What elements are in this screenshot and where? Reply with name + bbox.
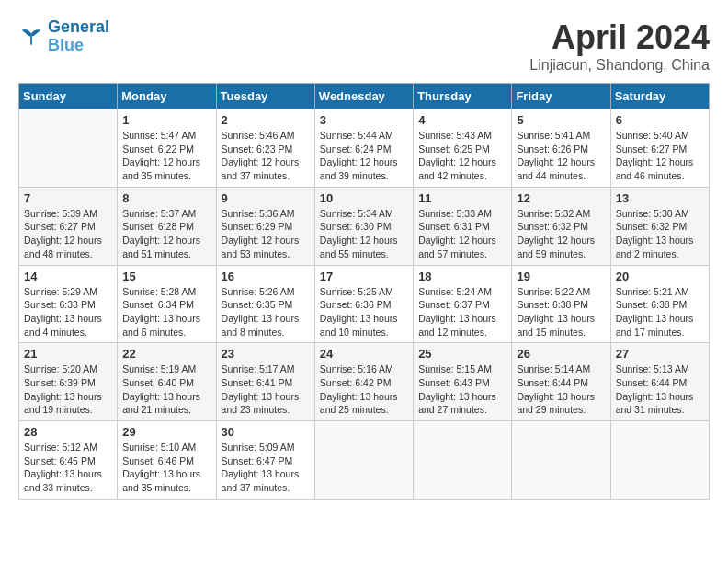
day-number: 18 — [418, 270, 506, 283]
day-number: 1 — [122, 113, 210, 127]
calendar-day-cell: 6 Sunrise: 5:40 AMSunset: 6:27 PMDayligh… — [610, 109, 709, 188]
day-info: Sunrise: 5:47 AMSunset: 6:22 PMDaylight:… — [122, 129, 210, 183]
day-number: 2 — [222, 113, 310, 127]
day-info: Sunrise: 5:24 AMSunset: 6:37 PMDaylight:… — [418, 285, 506, 339]
day-number: 13 — [616, 191, 704, 205]
day-info: Sunrise: 5:34 AMSunset: 6:30 PMDaylight:… — [320, 207, 408, 261]
day-info: Sunrise: 5:41 AMSunset: 6:26 PMDaylight:… — [517, 129, 605, 183]
calendar-table: SundayMondayTuesdayWednesdayThursdayFrid… — [18, 83, 710, 500]
day-info: Sunrise: 5:40 AMSunset: 6:27 PMDaylight:… — [616, 129, 704, 183]
calendar-week-row: 1 Sunrise: 5:47 AMSunset: 6:22 PMDayligh… — [19, 109, 710, 188]
day-number: 14 — [24, 270, 112, 283]
weekday-header: Saturday — [610, 84, 709, 109]
calendar-day-cell: 24 Sunrise: 5:16 AMSunset: 6:42 PMDaylig… — [314, 343, 413, 421]
calendar-week-row: 28 Sunrise: 5:12 AMSunset: 6:45 PMDaylig… — [19, 421, 710, 500]
day-info: Sunrise: 5:29 AMSunset: 6:33 PMDaylight:… — [24, 285, 112, 339]
day-info: Sunrise: 5:22 AMSunset: 6:38 PMDaylight:… — [517, 285, 605, 339]
weekday-header: Monday — [118, 84, 216, 109]
day-number: 17 — [320, 270, 408, 283]
day-info: Sunrise: 5:14 AMSunset: 6:44 PMDaylight:… — [517, 362, 605, 417]
calendar-day-cell: 5 Sunrise: 5:41 AMSunset: 6:26 PMDayligh… — [512, 109, 610, 188]
calendar-day-cell: 17 Sunrise: 5:25 AMSunset: 6:36 PMDaylig… — [314, 265, 413, 343]
day-info: Sunrise: 5:33 AMSunset: 6:31 PMDaylight:… — [418, 207, 506, 261]
logo-text: General Blue — [48, 18, 109, 55]
day-info: Sunrise: 5:43 AMSunset: 6:25 PMDaylight:… — [418, 129, 506, 183]
calendar-day-cell: 3 Sunrise: 5:44 AMSunset: 6:24 PMDayligh… — [314, 109, 413, 188]
day-number: 7 — [24, 191, 112, 205]
day-number: 29 — [122, 425, 210, 439]
day-number: 20 — [616, 270, 704, 283]
calendar-day-cell — [512, 421, 610, 500]
calendar-day-cell: 1 Sunrise: 5:47 AMSunset: 6:22 PMDayligh… — [118, 109, 216, 188]
calendar-day-cell: 21 Sunrise: 5:20 AMSunset: 6:39 PMDaylig… — [19, 343, 118, 421]
day-number: 6 — [616, 113, 704, 127]
calendar-day-cell: 13 Sunrise: 5:30 AMSunset: 6:32 PMDaylig… — [610, 187, 709, 265]
day-info: Sunrise: 5:26 AMSunset: 6:35 PMDaylight:… — [222, 285, 310, 339]
weekday-header: Sunday — [19, 84, 118, 109]
logo: General Blue — [18, 18, 109, 55]
day-number: 9 — [222, 191, 310, 205]
calendar-day-cell: 20 Sunrise: 5:21 AMSunset: 6:38 PMDaylig… — [610, 265, 709, 343]
weekday-header: Thursday — [414, 84, 512, 109]
day-info: Sunrise: 5:13 AMSunset: 6:44 PMDaylight:… — [616, 362, 704, 417]
day-number: 19 — [517, 270, 605, 283]
day-number: 28 — [24, 425, 112, 439]
calendar-day-cell: 15 Sunrise: 5:28 AMSunset: 6:34 PMDaylig… — [118, 265, 216, 343]
day-number: 3 — [320, 113, 408, 127]
day-info: Sunrise: 5:16 AMSunset: 6:42 PMDaylight:… — [320, 362, 408, 417]
logo-icon — [18, 24, 44, 50]
day-number: 26 — [517, 347, 605, 361]
calendar-day-cell — [610, 421, 709, 500]
day-number: 11 — [418, 191, 506, 205]
day-info: Sunrise: 5:10 AMSunset: 6:46 PMDaylight:… — [122, 441, 210, 495]
calendar-day-cell: 14 Sunrise: 5:29 AMSunset: 6:33 PMDaylig… — [19, 265, 118, 343]
day-info: Sunrise: 5:15 AMSunset: 6:43 PMDaylight:… — [418, 362, 506, 417]
calendar-week-row: 21 Sunrise: 5:20 AMSunset: 6:39 PMDaylig… — [19, 343, 710, 421]
calendar-day-cell: 16 Sunrise: 5:26 AMSunset: 6:35 PMDaylig… — [216, 265, 314, 343]
calendar-day-cell — [19, 109, 118, 188]
day-info: Sunrise: 5:37 AMSunset: 6:28 PMDaylight:… — [122, 207, 210, 261]
calendar-day-cell: 30 Sunrise: 5:09 AMSunset: 6:47 PMDaylig… — [216, 421, 314, 500]
day-info: Sunrise: 5:20 AMSunset: 6:39 PMDaylight:… — [24, 362, 112, 417]
calendar-day-cell: 4 Sunrise: 5:43 AMSunset: 6:25 PMDayligh… — [414, 109, 512, 188]
weekday-header: Wednesday — [314, 84, 413, 109]
day-info: Sunrise: 5:44 AMSunset: 6:24 PMDaylight:… — [320, 129, 408, 183]
calendar-day-cell — [414, 421, 512, 500]
month-title: April 2024 — [529, 18, 710, 57]
page-header: General Blue April 2024 Linjiacun, Shand… — [18, 18, 710, 74]
calendar-day-cell: 29 Sunrise: 5:10 AMSunset: 6:46 PMDaylig… — [118, 421, 216, 500]
calendar-day-cell: 27 Sunrise: 5:13 AMSunset: 6:44 PMDaylig… — [610, 343, 709, 421]
day-info: Sunrise: 5:12 AMSunset: 6:45 PMDaylight:… — [24, 441, 112, 495]
day-info: Sunrise: 5:17 AMSunset: 6:41 PMDaylight:… — [222, 362, 310, 417]
day-info: Sunrise: 5:21 AMSunset: 6:38 PMDaylight:… — [616, 285, 704, 339]
calendar-day-cell: 18 Sunrise: 5:24 AMSunset: 6:37 PMDaylig… — [414, 265, 512, 343]
day-info: Sunrise: 5:32 AMSunset: 6:32 PMDaylight:… — [517, 207, 605, 261]
title-block: April 2024 Linjiacun, Shandong, China — [529, 18, 710, 74]
calendar-day-cell — [314, 421, 413, 500]
calendar-day-cell: 2 Sunrise: 5:46 AMSunset: 6:23 PMDayligh… — [216, 109, 314, 188]
calendar-day-cell: 25 Sunrise: 5:15 AMSunset: 6:43 PMDaylig… — [414, 343, 512, 421]
day-info: Sunrise: 5:36 AMSunset: 6:29 PMDaylight:… — [222, 207, 310, 261]
day-info: Sunrise: 5:28 AMSunset: 6:34 PMDaylight:… — [122, 285, 210, 339]
day-number: 4 — [418, 113, 506, 127]
day-number: 10 — [320, 191, 408, 205]
weekday-header-row: SundayMondayTuesdayWednesdayThursdayFrid… — [19, 84, 710, 109]
calendar-week-row: 7 Sunrise: 5:39 AMSunset: 6:27 PMDayligh… — [19, 187, 710, 265]
day-info: Sunrise: 5:30 AMSunset: 6:32 PMDaylight:… — [616, 207, 704, 261]
day-number: 12 — [517, 191, 605, 205]
day-number: 25 — [418, 347, 506, 361]
day-number: 24 — [320, 347, 408, 361]
day-info: Sunrise: 5:09 AMSunset: 6:47 PMDaylight:… — [222, 441, 310, 495]
calendar-day-cell: 8 Sunrise: 5:37 AMSunset: 6:28 PMDayligh… — [118, 187, 216, 265]
weekday-header: Friday — [512, 84, 610, 109]
day-info: Sunrise: 5:25 AMSunset: 6:36 PMDaylight:… — [320, 285, 408, 339]
day-info: Sunrise: 5:39 AMSunset: 6:27 PMDaylight:… — [24, 207, 112, 261]
day-number: 16 — [222, 270, 310, 283]
day-number: 22 — [122, 347, 210, 361]
calendar-day-cell: 19 Sunrise: 5:22 AMSunset: 6:38 PMDaylig… — [512, 265, 610, 343]
day-info: Sunrise: 5:19 AMSunset: 6:40 PMDaylight:… — [122, 362, 210, 417]
calendar-day-cell: 12 Sunrise: 5:32 AMSunset: 6:32 PMDaylig… — [512, 187, 610, 265]
calendar-day-cell: 11 Sunrise: 5:33 AMSunset: 6:31 PMDaylig… — [414, 187, 512, 265]
day-number: 21 — [24, 347, 112, 361]
calendar-day-cell: 10 Sunrise: 5:34 AMSunset: 6:30 PMDaylig… — [314, 187, 413, 265]
